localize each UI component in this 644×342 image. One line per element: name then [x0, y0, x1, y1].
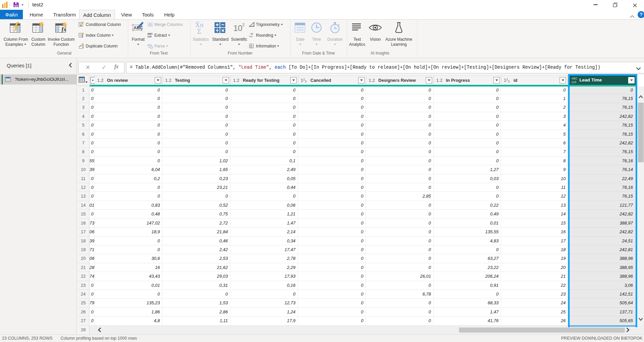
- svg-text:+: +: [252, 46, 253, 48]
- svg-text:Σ: Σ: [197, 27, 201, 34]
- svg-text:fx: fx: [62, 26, 67, 33]
- svg-text:−: −: [252, 44, 253, 46]
- svg-text:.0: .0: [251, 35, 253, 38]
- svg-text:123: 123: [147, 35, 152, 38]
- svg-text:≠: ≠: [80, 24, 82, 27]
- svg-text:.00: .00: [250, 33, 253, 35]
- svg-text:10: 10: [233, 24, 242, 33]
- svg-text:abc: abc: [147, 43, 152, 46]
- svg-text:3: 3: [82, 36, 83, 38]
- svg-text:2: 2: [242, 22, 244, 27]
